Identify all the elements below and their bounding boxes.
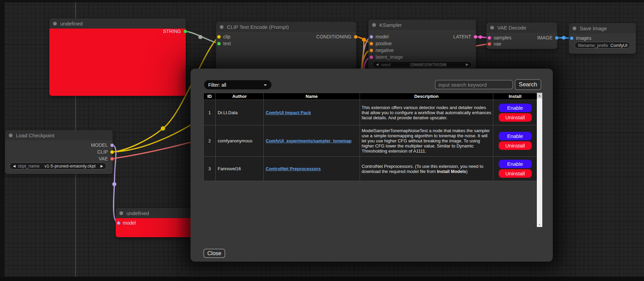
input-dot[interactable]: [488, 36, 491, 40]
node-save-image[interactable]: Save Image images filename_prefix ComfyU…: [569, 23, 636, 54]
output-slot-image[interactable]: IMAGE: [537, 34, 559, 41]
input-slot-positive[interactable]: positive: [369, 40, 392, 47]
node-title-bar[interactable]: KSampler: [368, 20, 476, 30]
input-dot[interactable]: [217, 35, 221, 39]
node-load-checkpoint[interactable]: Load Checkpoint MODEL CLIP VAE ◀ ckpt_na…: [5, 130, 113, 174]
output-dot[interactable]: [110, 150, 114, 154]
node-title-bar[interactable]: Save Image: [569, 23, 636, 33]
output-slot-vae[interactable]: VAE: [99, 155, 114, 162]
filter-select[interactable]: Filter: all: [204, 80, 271, 89]
node-title: undefined: [127, 210, 149, 216]
output-slot-clip[interactable]: CLIP: [97, 148, 114, 155]
input-dot[interactable]: [570, 36, 574, 40]
enable-button[interactable]: Enable: [499, 160, 532, 168]
wire-dot-clip[interactable]: [161, 126, 165, 131]
search-button[interactable]: Search: [515, 79, 541, 90]
node-title: CLIP Text Encode (Prompt): [227, 24, 289, 30]
collapse-dot-icon[interactable]: [9, 134, 13, 137]
decrement-arrow-icon[interactable]: ◀: [376, 63, 379, 66]
cell-author: Dr.Lt.Data: [216, 100, 264, 125]
node-undefined-top[interactable]: undefined STRING: [49, 18, 186, 96]
input-dot[interactable]: [117, 221, 120, 225]
seed-widget[interactable]: ◀ seed 156680208700286 ▶: [373, 61, 472, 68]
collapse-dot-icon[interactable]: [573, 27, 576, 30]
input-slot-clip[interactable]: clip: [217, 33, 230, 40]
input-dot[interactable]: [217, 42, 221, 46]
collapse-dot-icon[interactable]: [53, 22, 57, 25]
input-slot-vae[interactable]: vae: [488, 40, 501, 47]
close-button[interactable]: Close: [203, 249, 225, 258]
wire-dot-string[interactable]: [198, 35, 202, 39]
node-title-bar[interactable]: CLIP Text Encode (Prompt): [216, 22, 356, 32]
output-dot[interactable]: [110, 157, 114, 161]
filename-prefix-widget[interactable]: filename_prefix ComfyUI: [575, 42, 630, 49]
comfyui-app: undefined STRING CLIP Text Encode (Promp…: [0, 0, 644, 281]
slot-label: model: [123, 220, 136, 226]
input-dot[interactable]: [369, 42, 373, 46]
header-author: Author: [216, 93, 264, 100]
slot-label: positive: [376, 41, 392, 46]
input-dot[interactable]: [369, 49, 373, 52]
wire-dot-image[interactable]: [562, 36, 566, 40]
cell-id: 2: [204, 125, 216, 157]
widget-value: 156680208700286: [393, 62, 463, 67]
input-slot-latent-image[interactable]: latent_image: [369, 54, 403, 60]
node-title-bar[interactable]: Load Checkpoint: [5, 130, 113, 140]
input-slot-negative[interactable]: negative: [369, 47, 394, 54]
collapse-dot-icon[interactable]: [372, 23, 376, 27]
table-row: 3 Fannovel16 ControlNet Preprocessors Co…: [204, 157, 537, 181]
extension-link[interactable]: ComfyUI_experiments/sampler_tonemap: [266, 138, 351, 143]
filter-dropdown-wrap: Filter: all ⌄: [204, 80, 271, 89]
ckpt-name-widget[interactable]: ◀ ckpt_name v1-5-pruned-emaonly.ckpt ▶: [10, 162, 106, 170]
extension-link[interactable]: ComfyUI Impact Pack: [266, 110, 311, 115]
input-dot[interactable]: [488, 42, 491, 46]
node-title: Load Checkpoint: [16, 133, 54, 138]
wire-dot-latent[interactable]: [479, 35, 482, 39]
output-dot[interactable]: [555, 36, 559, 40]
enable-button[interactable]: Enable: [499, 104, 532, 112]
increment-arrow-icon[interactable]: ▶: [466, 63, 468, 66]
extension-link[interactable]: ControlNet Preprocessors: [266, 166, 321, 171]
table-scrollbar[interactable]: ▲ ▼: [537, 93, 542, 227]
search-input[interactable]: [435, 80, 513, 89]
decrement-arrow-icon[interactable]: ◀: [13, 164, 16, 168]
uninstall-button[interactable]: Uninstall: [499, 113, 532, 122]
output-slot-latent[interactable]: LATENT: [453, 33, 477, 40]
output-dot[interactable]: [110, 143, 114, 147]
widget-name: seed: [381, 62, 391, 67]
slot-label: samples: [494, 35, 511, 40]
scrollbar-down-icon[interactable]: ▼: [537, 223, 542, 226]
slot-label: CLIP: [97, 149, 108, 155]
enable-button[interactable]: Enable: [499, 132, 532, 140]
collapse-dot-icon[interactable]: [490, 26, 494, 30]
output-dot[interactable]: [474, 35, 477, 39]
collapse-dot-icon[interactable]: [119, 211, 123, 215]
wire-dot-model[interactable]: [112, 182, 116, 186]
uninstall-button[interactable]: Uninstall: [499, 169, 532, 178]
output-dot[interactable]: [183, 30, 187, 33]
slot-label: MODEL: [91, 142, 108, 148]
input-dot[interactable]: [369, 55, 373, 59]
uninstall-button[interactable]: Uninstall: [499, 141, 532, 150]
header-description: Description: [360, 93, 493, 100]
input-slot-model[interactable]: model: [369, 33, 389, 40]
input-slot-model[interactable]: model: [117, 219, 136, 226]
increment-arrow-icon[interactable]: ▶: [100, 164, 103, 168]
output-slot-model[interactable]: MODEL: [91, 142, 114, 148]
node-title-bar[interactable]: VAE Decode: [486, 22, 557, 33]
input-slot-images[interactable]: images: [570, 35, 591, 41]
table-row: 1 Dr.Lt.Data ComfyUI Impact Pack This ex…: [204, 100, 537, 125]
slot-label: model: [376, 34, 389, 39]
node-title: Save Image: [580, 25, 607, 31]
output-slot-conditioning[interactable]: CONDITIONING: [316, 33, 358, 40]
input-slot-text[interactable]: text: [217, 40, 231, 47]
node-title-bar[interactable]: undefined: [49, 18, 186, 29]
input-slot-samples[interactable]: samples: [488, 34, 511, 41]
node-title: undefined: [60, 21, 83, 27]
input-dot[interactable]: [369, 35, 373, 39]
output-dot[interactable]: [354, 35, 358, 39]
scrollbar-up-icon[interactable]: ▲: [537, 93, 542, 99]
collapse-dot-icon[interactable]: [220, 25, 224, 29]
output-slot-string[interactable]: STRING: [163, 28, 187, 35]
node-vae-decode[interactable]: VAE Decode samples vae IMAGE: [486, 22, 557, 49]
